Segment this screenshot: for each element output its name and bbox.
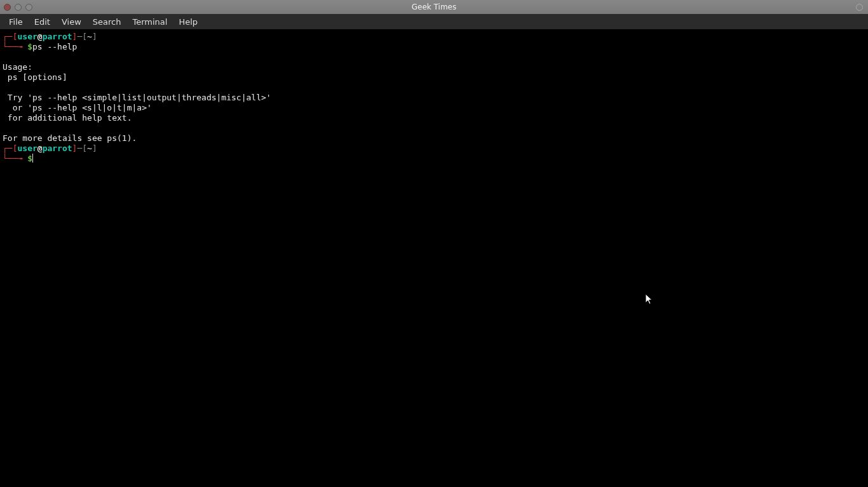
command-1: ps --help [32, 42, 77, 51]
prompt-path-open: [ [82, 143, 87, 153]
prompt-path-open: [ [82, 32, 87, 41]
terminal-output[interactable]: ┌─[user@parrot]─[~] └──╼ $ps --help Usag… [0, 29, 868, 487]
output-line: ps [options] [3, 72, 67, 82]
output-line: For more details see ps(1). [3, 133, 137, 143]
prompt-bracket-open: ┌─[ [3, 143, 17, 153]
prompt-lower: └──╼ [3, 42, 27, 51]
window-titlebar: Geek Times [0, 0, 868, 14]
window-buttons [4, 4, 32, 11]
prompt-dollar: $ [27, 154, 32, 163]
prompt-path-close: ] [92, 32, 97, 41]
minimize-icon[interactable] [15, 4, 22, 11]
menubar: File Edit View Search Terminal Help [0, 14, 868, 29]
menu-file[interactable]: File [4, 16, 28, 28]
menu-help[interactable]: Help [173, 16, 203, 28]
output-line: Try 'ps --help <simple|list|output|threa… [3, 93, 271, 102]
menu-search[interactable]: Search [88, 16, 126, 28]
menu-terminal[interactable]: Terminal [127, 16, 172, 28]
prompt-lower: └──╼ [3, 154, 27, 163]
window-title: Geek Times [412, 3, 456, 11]
prompt-at: @ [37, 32, 43, 41]
text-cursor [32, 154, 33, 163]
prompt-path: ~ [87, 32, 92, 41]
close-icon[interactable] [4, 4, 11, 11]
output-line: Usage: [3, 62, 32, 72]
menu-edit[interactable]: Edit [29, 16, 55, 28]
maximize-icon[interactable] [25, 4, 32, 11]
prompt-user: user [17, 32, 37, 41]
prompt-user: user [17, 143, 37, 153]
mouse-cursor-icon [645, 293, 654, 306]
output-line: for additional help text. [3, 113, 132, 123]
prompt-host: parrot [43, 143, 72, 153]
prompt-path: ~ [87, 143, 92, 153]
prompt-bracket-open: ┌─[ [3, 32, 17, 41]
window-right-button[interactable] [856, 4, 863, 11]
prompt-at: @ [37, 143, 43, 153]
menu-view[interactable]: View [57, 16, 86, 28]
prompt-path-close: ] [92, 143, 97, 153]
output-line: or 'ps --help <s|l|o|t|m|a>' [3, 103, 152, 112]
prompt-host: parrot [43, 32, 72, 41]
prompt-dollar: $ [27, 42, 32, 51]
